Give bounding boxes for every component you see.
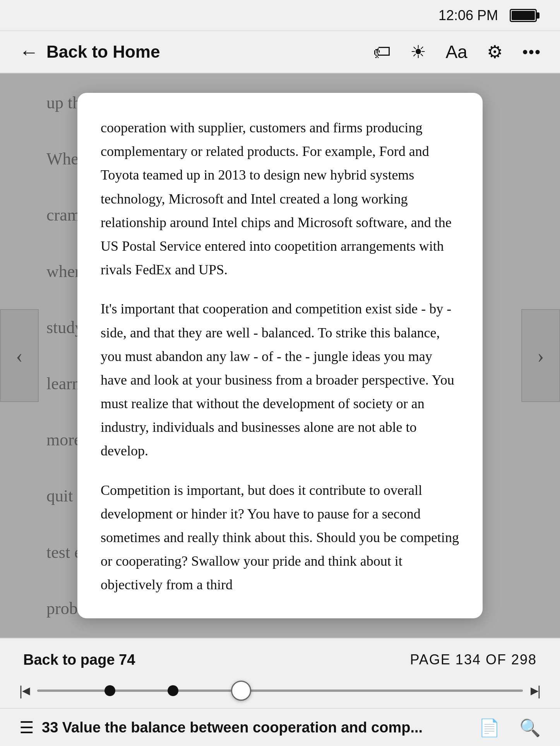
more-icon[interactable]: ••• <box>522 42 541 62</box>
popup-paragraph-2: It's important that cooperation and comp… <box>101 297 459 463</box>
search-icon[interactable]: 🔍 <box>519 718 541 738</box>
reading-area: up the whole night before. Whe cram t wh… <box>0 74 560 638</box>
progress-slider[interactable] <box>37 690 523 692</box>
slider-handle[interactable] <box>231 681 251 701</box>
brightness-icon[interactable]: ☀ <box>410 41 426 62</box>
font-icon[interactable]: Aa <box>445 41 467 62</box>
nav-right: 🏷 ☀ Aa ⚙ ••• <box>373 41 541 62</box>
bookmark-icon[interactable]: 🏷 <box>373 42 391 62</box>
bottom-footer-row: ☰ 33 Value the balance between cooperati… <box>0 708 560 746</box>
page-info-label: PAGE 134 OF 298 <box>410 652 537 668</box>
popup-card: cooperation with supplier, customers and… <box>77 93 483 618</box>
settings-icon[interactable]: ⚙ <box>487 41 503 62</box>
slider-end-icon: ▸| <box>531 683 541 699</box>
popup-paragraph-1: cooperation with supplier, customers and… <box>101 116 459 282</box>
back-to-page-label[interactable]: Back to page 74 <box>23 652 135 668</box>
popup-content: cooperation with supplier, customers and… <box>101 116 459 597</box>
chapter-title-label: 33 Value the balance between cooperation… <box>42 719 423 736</box>
status-bar: 12:06 PM <box>0 0 560 31</box>
slider-row: |◂ ▸| <box>0 673 560 708</box>
slider-marker-2 <box>168 685 178 696</box>
slider-marker-1 <box>104 685 115 696</box>
status-time: 12:06 PM <box>438 7 498 24</box>
nav-bar: ← Back to Home 🏷 ☀ Aa ⚙ ••• <box>0 31 560 74</box>
nav-left: ← Back to Home <box>19 42 373 62</box>
notes-icon[interactable]: 📄 <box>479 718 500 738</box>
slider-start-icon: |◂ <box>19 683 29 699</box>
back-to-home-label[interactable]: Back to Home <box>46 42 160 62</box>
toc-icon[interactable]: ☰ <box>19 718 34 737</box>
bottom-bar: Back to page 74 PAGE 134 OF 298 |◂ ▸| ☰ … <box>0 638 560 746</box>
footer-icons: 📄 🔍 <box>479 718 541 738</box>
popup-paragraph-3: Competition is important, but does it co… <box>101 479 459 597</box>
back-arrow-icon[interactable]: ← <box>19 42 39 62</box>
battery-icon <box>510 9 537 22</box>
bottom-top-row: Back to page 74 PAGE 134 OF 298 <box>0 638 560 673</box>
chapter-info: ☰ 33 Value the balance between cooperati… <box>19 718 479 737</box>
